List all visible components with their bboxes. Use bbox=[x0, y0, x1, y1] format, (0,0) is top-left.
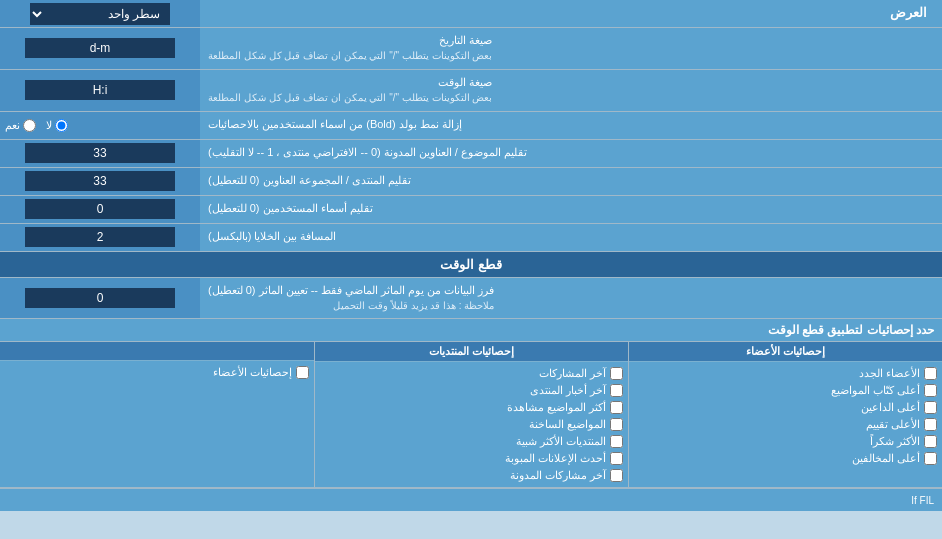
col1-header: إحصائيات الأعضاء bbox=[629, 342, 942, 362]
time-cut-input[interactable] bbox=[25, 288, 175, 308]
stat-top-inviters-checkbox[interactable] bbox=[924, 401, 937, 414]
list-item: المواضيع الساخنة bbox=[320, 416, 623, 433]
stat-hot-topics-checkbox[interactable] bbox=[610, 418, 623, 431]
list-item: آخر المشاركات bbox=[320, 365, 623, 382]
list-item: أعلى الداعين bbox=[634, 399, 937, 416]
cell-spacing-label: المسافة بين الخلايا (بالبكسل) bbox=[208, 229, 337, 244]
stat-last-blog-checkbox[interactable] bbox=[610, 469, 623, 482]
bold-remove-no-label: لا bbox=[46, 119, 68, 132]
stat-most-thanked-checkbox[interactable] bbox=[924, 435, 937, 448]
stat-top-warned-checkbox[interactable] bbox=[924, 452, 937, 465]
date-format-input[interactable] bbox=[25, 38, 175, 58]
list-item: أعلى كتّاب المواضيع bbox=[634, 382, 937, 399]
user-names-label: تقليم أسماء المستخدمين (0 للتعطيل) bbox=[208, 201, 373, 216]
user-names-input[interactable] bbox=[25, 199, 175, 219]
date-format-label: صيغة التاريخ بعض التكوينات يتطلب "/" الت… bbox=[208, 33, 492, 64]
stat-most-viewed-checkbox[interactable] bbox=[610, 401, 623, 414]
stat-most-similar-checkbox[interactable] bbox=[610, 435, 623, 448]
stat-last-posts-checkbox[interactable] bbox=[610, 367, 623, 380]
statistics-section-title: حدد إحصائيات لتطبيق قطع الوقت bbox=[0, 319, 942, 341]
bottom-note: If FIL bbox=[911, 495, 934, 506]
subject-titles-label: تقليم الموضوع / العناوين المدونة (0 -- ا… bbox=[208, 145, 527, 160]
page-title: العرض bbox=[890, 4, 927, 22]
stat-member-stats-checkbox[interactable] bbox=[296, 366, 309, 379]
subject-titles-input[interactable] bbox=[25, 143, 175, 163]
time-cut-label: فرز البيانات من يوم الماثر الماضي فقط --… bbox=[208, 283, 494, 314]
list-item: الأكثر شكراً bbox=[634, 433, 937, 450]
time-format-input[interactable] bbox=[25, 80, 175, 100]
bold-remove-yes-label: نعم bbox=[5, 119, 36, 132]
time-cut-header: قطع الوقت bbox=[0, 252, 942, 278]
bold-remove-label: إزالة نمط بولد (Bold) من اسماء المستخدمي… bbox=[208, 117, 462, 132]
list-item: أكثر المواضيع مشاهدة bbox=[320, 399, 623, 416]
col2-header: إحصائيات المنتديات bbox=[315, 342, 628, 362]
stat-top-posters-checkbox[interactable] bbox=[924, 384, 937, 397]
col3-header bbox=[0, 342, 314, 361]
time-format-label: صيغة الوقت بعض التكوينات يتطلب "/" التي … bbox=[208, 75, 492, 106]
list-item: المنتديات الأكثر شبية bbox=[320, 433, 623, 450]
bold-remove-no-radio[interactable] bbox=[55, 119, 68, 132]
list-item: الأعضاء الجدد bbox=[634, 365, 937, 382]
list-item: إحصائيات الأعضاء bbox=[5, 364, 309, 381]
forum-titles-input[interactable] bbox=[25, 171, 175, 191]
list-item: أحدث الإعلانات المبوبة bbox=[320, 450, 623, 467]
list-item: آخر مشاركات المدونة bbox=[320, 467, 623, 484]
forum-titles-label: تقليم المنتدى / المجموعة العناوين (0 للت… bbox=[208, 173, 411, 188]
stat-new-members-checkbox[interactable] bbox=[924, 367, 937, 380]
list-item: آخر أخبار المنتدى bbox=[320, 382, 623, 399]
list-item: أعلى المخالفين bbox=[634, 450, 937, 467]
stat-last-news-checkbox[interactable] bbox=[610, 384, 623, 397]
bold-remove-yes-radio[interactable] bbox=[23, 119, 36, 132]
stat-latest-classifieds-checkbox[interactable] bbox=[610, 452, 623, 465]
list-item: الأعلى تقييم bbox=[634, 416, 937, 433]
display-mode-select[interactable]: سطر واحد bbox=[30, 3, 170, 25]
cell-spacing-input[interactable] bbox=[25, 227, 175, 247]
stat-top-rated-checkbox[interactable] bbox=[924, 418, 937, 431]
